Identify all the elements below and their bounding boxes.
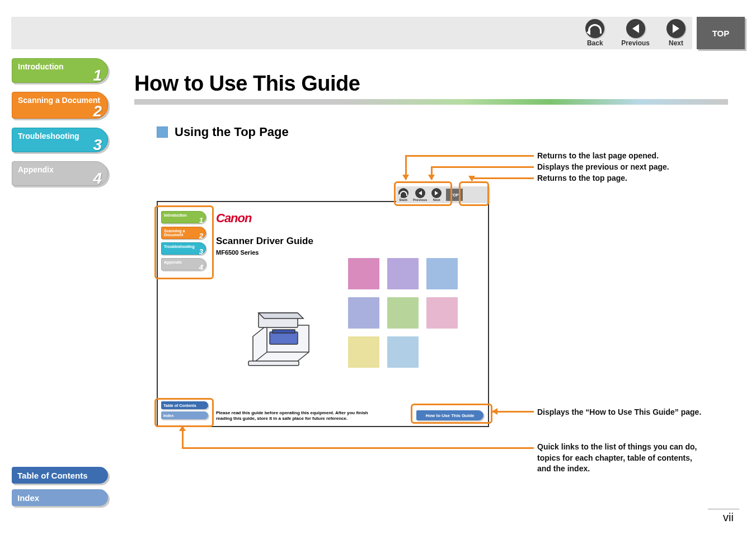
connector (431, 166, 534, 168)
diagram: Back Previous Next TOP Introduction1 (157, 151, 705, 464)
section-heading-row: Using the Top Page (157, 125, 728, 139)
back-arc-icon (585, 19, 604, 38)
mini-series: MF6500 Series (216, 249, 482, 256)
chevron-right-icon (666, 19, 685, 38)
page-title: How to Use This Guide (134, 72, 728, 96)
previous-button[interactable]: Previous (621, 19, 650, 47)
callout-top: Returns to the top page. (537, 173, 627, 184)
page: Back Previous Next TOP Introduction 1 Sc… (0, 0, 756, 534)
mini-title: Scanner Driver Guide (216, 236, 482, 247)
swatch (426, 258, 458, 289)
swatch (348, 297, 379, 329)
tab-label: Introduction (18, 62, 64, 71)
mini-body: Canon Scanner Driver Guide MF6500 Series (216, 211, 482, 256)
printer-illustration-icon (242, 303, 320, 376)
connector (182, 447, 534, 449)
color-swatches (348, 258, 458, 368)
swatch (387, 336, 419, 368)
square-bullet-icon (157, 127, 168, 138)
highlight-mini-sidebar (154, 205, 214, 279)
gradient-divider (134, 99, 728, 105)
tab-label: Appendix (18, 165, 54, 174)
svg-rect-1 (270, 332, 298, 344)
page-number: vii (723, 511, 734, 524)
chevron-left-icon (626, 19, 645, 38)
table-of-contents-button[interactable]: Table of Contents (12, 467, 108, 484)
callout-prevnext: Displays the previous or next page. (537, 162, 669, 173)
connector-arrow (492, 411, 534, 413)
tab-number: 3 (93, 136, 102, 154)
connector-arrow (471, 177, 473, 181)
back-label: Back (587, 39, 603, 47)
swatch (426, 336, 458, 368)
swatch (348, 336, 379, 368)
tab-number: 1 (93, 67, 102, 85)
connector (471, 177, 534, 179)
next-button[interactable]: Next (666, 19, 685, 47)
highlight-mini-bottom (154, 398, 214, 427)
highlight-nav-circles (394, 181, 452, 206)
swatch (348, 258, 379, 289)
connector-arrow (405, 155, 407, 180)
mini-note: Please read this guide before operating … (216, 410, 384, 421)
top-nav-bar: Back Previous Next (11, 17, 692, 49)
tab-number: 2 (93, 102, 102, 120)
connector (405, 155, 534, 157)
top-nav-row: Back Previous Next TOP (0, 17, 756, 49)
tab-scanning[interactable]: Scanning a Document 2 (12, 92, 108, 119)
highlight-mini-howto (411, 404, 492, 424)
connector-arrow (182, 426, 184, 448)
callout-quicklinks: Quick links to the list of things you ca… (537, 442, 705, 475)
canon-logo: Canon (216, 211, 482, 226)
section-heading: Using the Top Page (175, 125, 289, 139)
back-button[interactable]: Back (585, 19, 604, 47)
highlight-top-btn (459, 181, 489, 206)
previous-label: Previous (621, 39, 650, 47)
top-button[interactable]: TOP (697, 17, 745, 49)
next-label: Next (669, 39, 683, 47)
connector-arrow (431, 166, 433, 180)
sidebar: Introduction 1 Scanning a Document 2 Tro… (12, 58, 112, 195)
index-button[interactable]: Index (12, 489, 108, 506)
callout-back: Returns to the last page opened. (537, 151, 659, 162)
tab-label: Troubleshooting (18, 132, 79, 140)
callout-howto: Displays the “How to Use This Guide” pag… (537, 407, 701, 418)
tab-introduction[interactable]: Introduction 1 (12, 58, 108, 83)
main-content: How to Use This Guide Using the Top Page… (134, 72, 728, 523)
tab-appendix[interactable]: Appendix 4 (12, 161, 108, 186)
page-number-rule (708, 509, 739, 509)
svg-rect-3 (248, 361, 299, 366)
swatch (387, 258, 419, 289)
tab-troubleshooting[interactable]: Troubleshooting 3 (12, 128, 108, 152)
swatch (426, 297, 458, 329)
swatch (387, 297, 419, 329)
tab-label: Scanning a Document (18, 96, 100, 105)
sidebar-bottom: Table of Contents Index (12, 467, 108, 512)
tab-number: 4 (93, 170, 102, 188)
svg-rect-2 (273, 330, 295, 333)
